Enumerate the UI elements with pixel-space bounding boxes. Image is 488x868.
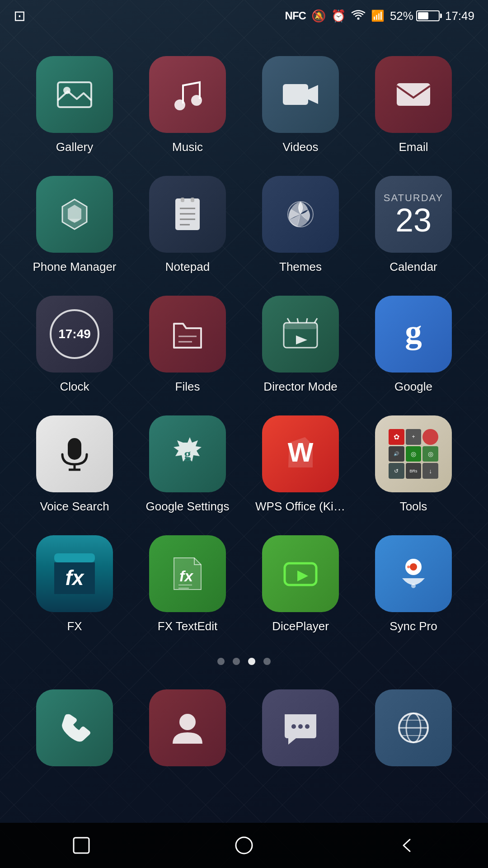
calendar-date: 23 <box>395 204 432 236</box>
app-item-email[interactable]: Email <box>357 45 470 165</box>
tools-cell-9: ↓ <box>422 463 438 479</box>
nav-square-button[interactable] <box>66 830 97 861</box>
email-label: Email <box>399 140 428 154</box>
app-item-music[interactable]: Music <box>131 45 244 165</box>
svg-point-42 <box>298 724 303 729</box>
app-item-director-mode[interactable]: Director Mode <box>244 285 357 405</box>
themes-label: Themes <box>279 260 322 274</box>
app-item-videos[interactable]: Videos <box>244 45 357 165</box>
svg-rect-49 <box>74 838 89 853</box>
page-dot-1[interactable] <box>217 658 225 665</box>
status-left: ⊡ <box>14 7 26 24</box>
svg-rect-29 <box>54 553 95 562</box>
files-icon <box>149 296 226 373</box>
app-grid: Gallery Music Videos <box>0 32 488 644</box>
page-dot-4[interactable] <box>263 658 271 665</box>
fx-textedit-label: FX TextEdit <box>158 619 217 633</box>
svg-text:W: W <box>288 437 314 467</box>
svg-point-41 <box>291 724 296 729</box>
files-label: Files <box>175 380 200 394</box>
voice-search-label: Voice Search <box>40 500 109 514</box>
svg-text:fx: fx <box>179 567 194 585</box>
app-item-clock[interactable]: 17:49 Clock <box>18 285 131 405</box>
google-icon: g <box>375 296 452 373</box>
screenshot-icon: ⊡ <box>14 7 26 24</box>
clock-face: 17:49 <box>50 309 99 359</box>
sync-pro-icon <box>375 535 452 612</box>
tools-cell-6: ◎ <box>422 446 438 462</box>
tools-grid: ✿ + 🔊 ◎ ◎ ↺ BRs ↓ <box>389 429 438 479</box>
nfc-icon: NFC <box>285 9 306 22</box>
app-item-themes[interactable]: Themes <box>244 165 357 285</box>
svg-text:g: g <box>184 446 191 461</box>
svg-point-38 <box>407 566 410 568</box>
app-item-gallery[interactable]: Gallery <box>18 45 131 165</box>
nav-home-button[interactable] <box>228 830 260 861</box>
dock-item-messages[interactable] <box>244 679 357 784</box>
wifi-icon <box>351 8 366 24</box>
google-settings-icon: g <box>149 415 226 492</box>
app-item-fx-textedit[interactable]: fx FX TextEdit <box>131 524 244 644</box>
alarm-icon: ⏰ <box>331 9 346 23</box>
videos-label: Videos <box>282 140 318 154</box>
battery-container: 52% <box>390 9 440 23</box>
dock-messages-icon <box>262 689 339 766</box>
svg-point-43 <box>305 724 310 729</box>
dock-browser-icon <box>375 689 452 766</box>
app-item-sync-pro[interactable]: Sync Pro <box>357 524 470 644</box>
calendar-label: Calendar <box>389 260 437 274</box>
themes-icon <box>262 176 339 253</box>
email-icon <box>375 56 452 133</box>
notepad-icon <box>149 176 226 253</box>
tools-cell-2: + <box>406 429 422 445</box>
mute-icon: 🔕 <box>311 9 326 23</box>
music-icon <box>149 56 226 133</box>
nav-bar <box>0 823 488 868</box>
tools-cell-3 <box>422 429 438 445</box>
tools-cell-5: ◎ <box>406 446 422 462</box>
fx-icon: fx <box>36 535 113 612</box>
battery-percent: 52% <box>390 9 413 23</box>
app-item-google[interactable]: g Google <box>357 285 470 405</box>
svg-point-3 <box>174 99 185 110</box>
app-item-calendar[interactable]: SATURDAY 23 Calendar <box>357 165 470 285</box>
svg-line-20 <box>297 318 298 323</box>
dock-contacts-icon <box>149 689 226 766</box>
tools-cell-1: ✿ <box>389 429 404 445</box>
app-item-notepad[interactable]: Notepad <box>131 165 244 285</box>
app-item-files[interactable]: Files <box>131 285 244 405</box>
bottom-dock <box>0 674 488 793</box>
phone-manager-label: Phone Manager <box>33 260 116 274</box>
app-item-wps-office[interactable]: W WPS Office (Kingsoft.. <box>244 405 357 524</box>
tools-icon: ✿ + 🔊 ◎ ◎ ↺ BRs ↓ <box>375 415 452 492</box>
page-dot-3[interactable] <box>248 658 255 665</box>
clock-icon: 17:49 <box>36 296 113 373</box>
app-item-tools[interactable]: ✿ + 🔊 ◎ ◎ ↺ BRs ↓ Tools <box>357 405 470 524</box>
wps-office-icon: W <box>262 415 339 492</box>
dock-item-phone[interactable] <box>18 679 131 784</box>
app-item-voice-search[interactable]: Voice Search <box>18 405 131 524</box>
status-right: NFC 🔕 ⏰ 📶 52% 17:49 <box>285 8 474 24</box>
app-item-phone-manager[interactable]: Phone Manager <box>18 165 131 285</box>
svg-text:fx: fx <box>66 566 85 590</box>
app-item-google-settings[interactable]: g Google Settings <box>131 405 244 524</box>
page-dot-2[interactable] <box>233 658 240 665</box>
tools-label: Tools <box>400 500 427 514</box>
tools-cell-8: BRs <box>406 463 422 479</box>
videos-icon <box>262 56 339 133</box>
svg-line-21 <box>306 318 307 323</box>
svg-rect-24 <box>68 438 81 460</box>
nav-back-button[interactable] <box>391 830 422 861</box>
dock-item-browser[interactable] <box>357 679 470 784</box>
dock-item-contacts[interactable] <box>131 679 244 784</box>
app-item-diceplayer[interactable]: DicePlayer <box>244 524 357 644</box>
diceplayer-label: DicePlayer <box>272 619 329 633</box>
battery-fill <box>418 12 428 19</box>
app-item-fx[interactable]: fx FX <box>18 524 131 644</box>
sync-pro-label: Sync Pro <box>389 619 437 633</box>
svg-point-40 <box>179 714 196 730</box>
sim-icon: 📶 <box>371 9 385 22</box>
voice-search-icon <box>36 415 113 492</box>
tools-cell-7: ↺ <box>389 463 404 479</box>
director-mode-icon <box>262 296 339 373</box>
